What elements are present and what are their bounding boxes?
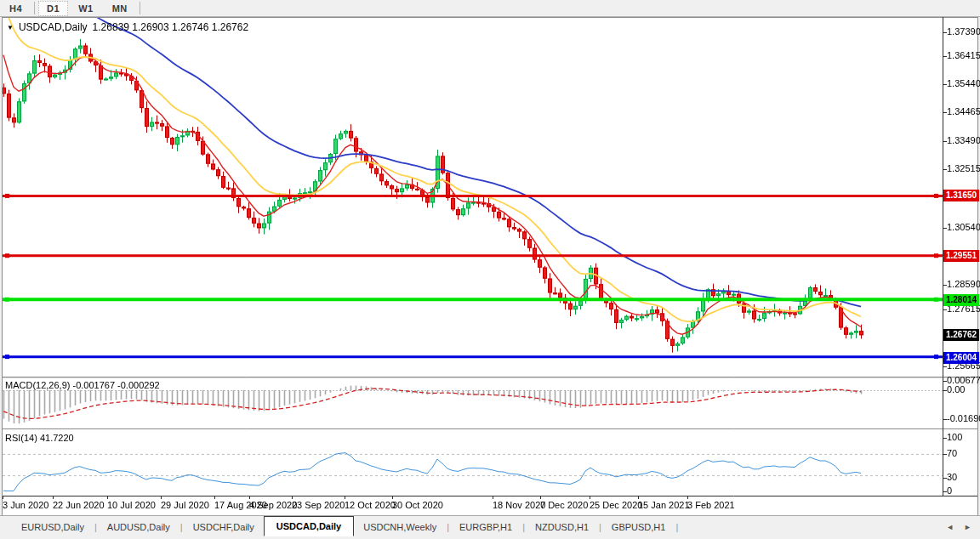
date-axis-label: 29 Jul 2020 (161, 500, 209, 510)
price-tag-pivot[interactable]: 1.28014 (943, 294, 979, 306)
price-axis-label: 1.36415 (947, 50, 980, 60)
date-axis-label: 7 Dec 2020 (540, 500, 588, 510)
tab-scroll-arrows: ◄► (946, 523, 971, 531)
price-tag-resistance-1[interactable]: 1.31650 (943, 190, 979, 201)
price-axis-label: 1.35440 (947, 78, 980, 88)
timeframe-toolbar: H4D1W1MN (0, 0, 980, 17)
macd-axis-label: -0.016907 (947, 413, 980, 423)
timeframe-button-d1[interactable]: D1 (38, 1, 68, 16)
tab-nzdusd-h1[interactable]: NZDUSD,H1 (526, 518, 598, 536)
tab-usdcad-daily[interactable]: USDCAD,Daily (264, 516, 354, 536)
price-axis-label: 1.28590 (947, 279, 980, 289)
date-axis-label: 18 Nov 2020 (493, 500, 545, 510)
price-axis-label: 1.37390 (947, 26, 980, 37)
timeframe-button-h4[interactable]: H4 (1, 1, 31, 16)
price-tag-support[interactable]: 1.26004 (943, 352, 979, 364)
rsi-axis-label: 70 (947, 448, 957, 458)
rsi-axis-label: 30 (947, 472, 957, 482)
date-axis-label: 4 Sep 2020 (249, 500, 297, 510)
rsi-axis-label: 100 (947, 432, 962, 442)
date-axis-label: 10 Jul 2020 (107, 500, 156, 510)
tab-scroll-right-icon[interactable]: ► (964, 523, 971, 531)
toolbar-separator (140, 2, 140, 14)
chart-symbol-label: USDCAD,Daily (19, 21, 88, 33)
macd-indicator-label: MACD(12,26,9) -0.001767 -0.000292 (5, 380, 160, 390)
price-tag-current-price: 1.26762 (943, 329, 979, 341)
tab-separator: | (675, 522, 679, 532)
timeframe-button-w1[interactable]: W1 (70, 1, 102, 16)
chart-plot-area[interactable] (0, 0, 980, 539)
price-axis-label: 1.30540 (947, 222, 980, 232)
tab-usdcnh-weekly[interactable]: USDCNH,Weekly (354, 518, 446, 536)
date-axis-label: 23 Sep 2020 (292, 500, 345, 510)
tab-audusd-daily[interactable]: AUDUSD,Daily (98, 518, 179, 536)
macd-axis-label: 0.00 (947, 384, 965, 394)
price-axis-label: 1.34465 (947, 106, 980, 116)
tab-eurgbp-h1[interactable]: EURGBP,H1 (450, 518, 521, 536)
rsi-indicator-label: RSI(14) 41.7220 (5, 433, 74, 443)
tab-eurusd-daily[interactable]: EURUSD,Daily (12, 518, 94, 536)
price-axis-label: 1.32515 (947, 163, 980, 173)
date-axis-label: 25 Dec 2020 (590, 500, 642, 510)
date-axis-label: 3 Jun 2020 (3, 500, 48, 510)
tab-gbpusd-h1[interactable]: GBPUSD,H1 (602, 518, 675, 536)
date-axis-label: 12 Oct 2020 (345, 500, 396, 510)
date-axis-label: 22 Jun 2020 (53, 500, 105, 510)
chart-quote-values: 1.26839 1.26903 1.26746 1.26762 (93, 21, 249, 33)
title-dropdown-icon[interactable]: ▼ (7, 24, 14, 31)
date-axis-label: 3 Feb 2021 (687, 500, 735, 510)
tab-usdchf-daily[interactable]: USDCHF,Daily (184, 518, 264, 536)
rsi-axis-label: 0 (947, 485, 952, 496)
timeframe-button-mn[interactable]: MN (104, 1, 136, 16)
date-axis-label: 30 Oct 2020 (392, 500, 443, 510)
chart-tab-bar: EURUSD,Daily|AUDUSD,Daily|USDCHF,DailyUS… (0, 515, 980, 538)
chart-title: ▼ USDCAD,Daily 1.26839 1.26903 1.26746 1… (7, 21, 248, 33)
toolbar-separator (34, 2, 35, 14)
tab-scroll-left-icon[interactable]: ◄ (946, 523, 954, 531)
date-axis-label: 15 Jan 2021 (638, 500, 690, 510)
price-tag-resistance-2[interactable]: 1.29551 (943, 250, 979, 262)
price-axis-label: 1.33490 (947, 135, 980, 145)
